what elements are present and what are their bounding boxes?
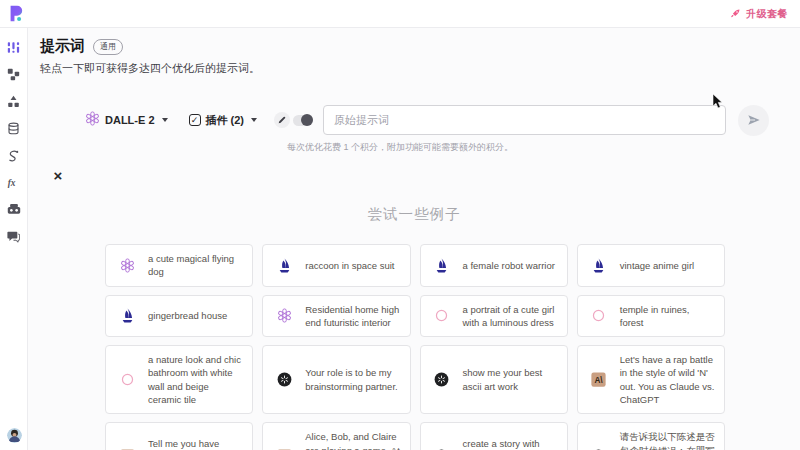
chatgpt-icon bbox=[421, 372, 463, 387]
model-selector-label: DALL-E 2 bbox=[105, 114, 155, 126]
midjourney-icon bbox=[106, 308, 148, 323]
example-card[interactable]: A\Let's have a rap battle in the style o… bbox=[577, 345, 725, 414]
credits-helper-text: 每次优化花费 1 个积分，附加功能可能需要额外的积分。 bbox=[287, 141, 513, 154]
sidebar-item-prompts[interactable] bbox=[7, 40, 21, 54]
example-card[interactable]: vintage anime girl bbox=[577, 244, 725, 287]
example-card[interactable]: raccoon in space suit bbox=[262, 244, 410, 287]
example-card[interactable]: temple in ruines, forest bbox=[577, 295, 725, 338]
example-card[interactable]: a female robot warrior bbox=[420, 244, 568, 287]
stable-diffusion-icon bbox=[578, 309, 620, 322]
example-card-text: Alice, Bob, and Claire are playing a gam… bbox=[305, 430, 400, 450]
sidebar-item-agents[interactable] bbox=[7, 202, 21, 216]
example-card-text: raccoon in space suit bbox=[305, 259, 400, 272]
sidebar-item-functions[interactable]: fx bbox=[7, 175, 21, 189]
example-card-text: Residential home high end futuristic int… bbox=[305, 303, 400, 330]
user-avatar[interactable] bbox=[7, 428, 22, 443]
robot-icon bbox=[7, 203, 21, 215]
example-card[interactable]: 请告诉我以下陈述是否包含时代错误：在盟军轰炸硫磺岛海滩期间，拉尔夫大声... bbox=[577, 422, 725, 450]
nodes-icon bbox=[7, 68, 20, 81]
hook-icon bbox=[7, 149, 20, 162]
midjourney-icon bbox=[421, 258, 463, 273]
toggle-switch[interactable] bbox=[293, 115, 313, 126]
example-card[interactable]: A\Alice, Bob, and Claire are playing a g… bbox=[262, 422, 410, 450]
example-card[interactable]: Your role is to be my brainstorming part… bbox=[262, 345, 410, 414]
page-title: 提示词 bbox=[40, 37, 85, 56]
sidebar-item-chat[interactable] bbox=[7, 229, 21, 243]
controls-row: DALL-E 2 ✓ 插件 (2) bbox=[85, 104, 769, 136]
midjourney-icon bbox=[578, 258, 620, 273]
openai-icon bbox=[263, 308, 305, 323]
page-header: 提示词 通用 bbox=[40, 37, 123, 56]
tree-icon bbox=[7, 95, 20, 108]
svg-text:A\: A\ bbox=[595, 376, 604, 385]
sidebar-nav: fx bbox=[0, 28, 28, 450]
plugins-checkbox[interactable]: ✓ bbox=[189, 114, 201, 126]
upgrade-plan-button[interactable]: 升级套餐 bbox=[730, 5, 788, 23]
chevron-down-icon bbox=[162, 118, 168, 122]
plugins-dropdown[interactable]: ✓ 插件 (2) bbox=[189, 113, 258, 128]
sidebar-item-interpreter[interactable] bbox=[7, 67, 21, 81]
example-card-text: a nature look and chic bathroom with whi… bbox=[148, 353, 243, 406]
example-card-text: Tell me you have boyfriend without telli… bbox=[148, 437, 243, 450]
example-card[interactable]: a cute magical flying dog bbox=[105, 244, 253, 287]
example-card-text: a cute magical flying dog bbox=[148, 252, 243, 279]
edit-mode-toggle[interactable] bbox=[274, 112, 313, 128]
midjourney-icon bbox=[263, 258, 305, 273]
pencil-icon bbox=[274, 112, 290, 128]
model-selector-dropdown[interactable]: DALL-E 2 bbox=[85, 111, 168, 130]
plugins-label: 插件 (2) bbox=[206, 113, 245, 128]
examples-grid: a cute magical flying dograccoon in spac… bbox=[105, 244, 725, 450]
example-card-text: Your role is to be my brainstorming part… bbox=[305, 366, 400, 393]
example-card-text: vintage anime girl bbox=[620, 259, 715, 272]
sidebar-item-plugins[interactable] bbox=[7, 94, 21, 108]
example-card-text: a portrait of a cute girl with a luminou… bbox=[463, 303, 558, 330]
example-card-text: Let's have a rap battle in the style of … bbox=[620, 353, 715, 406]
svg-text:fx: fx bbox=[7, 178, 15, 188]
openai-icon bbox=[85, 111, 100, 130]
send-button[interactable] bbox=[738, 105, 769, 136]
examples-heading: 尝试一些例子 bbox=[28, 205, 800, 224]
fx-icon: fx bbox=[7, 176, 21, 189]
sidebar-item-data[interactable] bbox=[7, 121, 21, 135]
example-card[interactable]: show me your best ascii art work bbox=[420, 345, 568, 414]
example-card-text: temple in ruines, forest bbox=[620, 303, 715, 330]
title-badge: 通用 bbox=[93, 39, 123, 55]
toggle-knob bbox=[301, 114, 313, 126]
rocket-icon bbox=[730, 5, 741, 23]
example-card[interactable]: create a story with only words less than… bbox=[420, 422, 568, 450]
database-icon bbox=[7, 122, 20, 135]
stable-diffusion-icon bbox=[106, 373, 148, 386]
promptperfect-logo-icon[interactable] bbox=[8, 5, 24, 22]
app-body: fx 提示词 bbox=[0, 28, 800, 450]
close-examples-button[interactable]: × bbox=[50, 168, 66, 184]
example-card-text: show me your best ascii art work bbox=[463, 366, 558, 393]
example-card-text: 请告诉我以下陈述是否包含时代错误：在盟军轰炸硫磺岛海滩期间，拉尔夫大声... bbox=[620, 430, 715, 450]
sidebar-item-services[interactable] bbox=[7, 148, 21, 162]
example-card[interactable]: A\Tell me you have boyfriend without tel… bbox=[105, 422, 253, 450]
stable-diffusion-icon bbox=[421, 309, 463, 322]
example-card[interactable]: a nature look and chic bathroom with whi… bbox=[105, 345, 253, 414]
openai-icon bbox=[106, 258, 148, 273]
topbar: 升级套餐 bbox=[0, 0, 800, 28]
main-content: 提示词 通用 轻点一下即可获得多达四个优化后的提示词。 DALL-E 2 ✓ 插… bbox=[28, 28, 800, 450]
example-card[interactable]: a portrait of a cute girl with a luminou… bbox=[420, 295, 568, 338]
example-card-text: a female robot warrior bbox=[463, 259, 558, 272]
chat-icon bbox=[7, 230, 20, 243]
prompt-optimizer-icon bbox=[7, 41, 20, 54]
send-plane-icon bbox=[747, 113, 761, 127]
chevron-down-icon bbox=[251, 118, 257, 122]
prompt-input[interactable] bbox=[323, 105, 726, 135]
upgrade-plan-label: 升级套餐 bbox=[746, 7, 788, 21]
example-card-text: create a story with only words less than… bbox=[463, 437, 558, 450]
anthropic-icon: A\ bbox=[578, 372, 620, 387]
example-card-text: gingerbread house bbox=[148, 309, 243, 322]
page-subtitle: 轻点一下即可获得多达四个优化后的提示词。 bbox=[40, 61, 260, 76]
chatgpt-icon bbox=[263, 372, 305, 387]
example-card[interactable]: gingerbread house bbox=[105, 295, 253, 338]
example-card[interactable]: Residential home high end futuristic int… bbox=[262, 295, 410, 338]
